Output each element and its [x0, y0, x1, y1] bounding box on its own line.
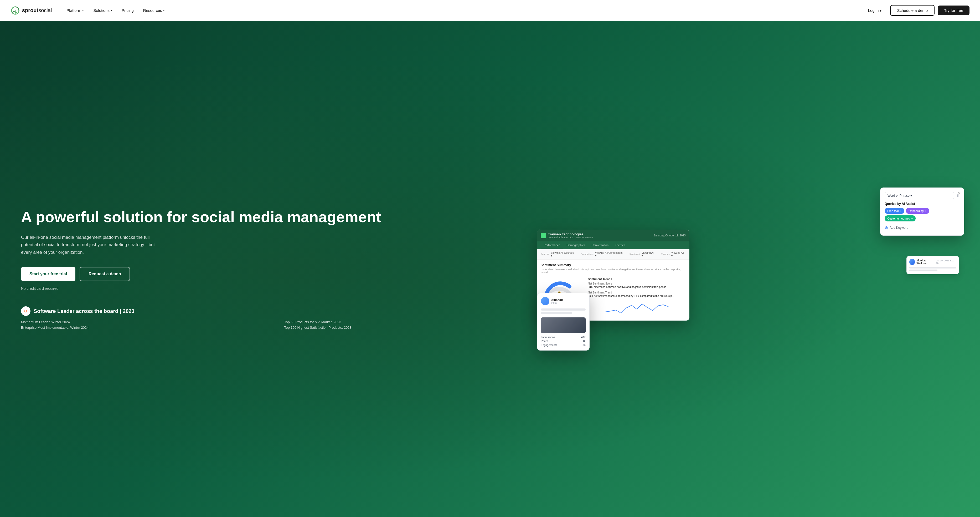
chat-line-1 [909, 266, 956, 268]
net-sentiment-trend: Net Sentiment Trend Your net sentiment s… [588, 291, 686, 297]
net-sentiment-score: Net Sentiment Score 38% difference betwe… [588, 282, 686, 289]
ai-add-keyword-button[interactable]: ⊕ Add Keyword [885, 224, 960, 231]
social-avatar [541, 297, 549, 305]
chat-bubble-card: Monica Watkins Oct 19, 2023 8:23 AM [907, 256, 959, 274]
trends-title: Sentiment Trends [588, 278, 686, 281]
social-header: @handle Post [541, 297, 585, 305]
tag-plus-icon-2: + [925, 209, 927, 213]
themes-filter[interactable]: Themes Viewing All ▾ [661, 251, 686, 257]
social-text-line-1 [541, 308, 585, 311]
ai-assist-card: ✕ Word or Phrase ▾ 🗑 Queries by AI Assis… [880, 187, 964, 236]
company-meta: Data available from Oct 1, 2023 — Presen… [548, 236, 593, 239]
social-metric-engagements: Engagements 83 [541, 344, 585, 346]
chat-user: Monica Watkins Oct 19, 2023 8:23 AM [909, 259, 956, 265]
ai-tags: Free trial + Onboarding + Customer journ… [885, 208, 960, 222]
social-metrics: Impressions 437 Reach 12 Engagements 83 [541, 336, 585, 346]
solutions-chevron-icon: ▾ [111, 9, 112, 12]
sentiment-summary-title: Sentiment Summary [541, 263, 686, 267]
award-grid: Momentum Leader, Winter 2024 Top 50 Prod… [21, 320, 537, 330]
nav-platform[interactable]: Platform ▾ [62, 6, 88, 15]
awards-section: G Software Leader across the board | 202… [21, 306, 537, 330]
start-free-trial-button[interactable]: Start your free trial [21, 267, 75, 281]
ai-tag-free-trial[interactable]: Free trial + [885, 208, 904, 214]
navbar: sproutsocial Platform ▾ Solutions ▾ Pric… [0, 0, 980, 21]
platform-chevron-icon: ▾ [82, 9, 84, 12]
dash-nav-demographics[interactable]: Demographics [563, 241, 588, 249]
nav-solutions[interactable]: Solutions ▾ [89, 6, 116, 15]
nav-links: Platform ▾ Solutions ▾ Pricing Resources… [62, 6, 862, 15]
social-sub: Post [552, 302, 563, 304]
try-free-button[interactable]: Try for free [938, 6, 969, 15]
hero-subtitle: Our all-in-one social media management p… [21, 234, 163, 257]
nav-resources[interactable]: Resources ▾ [139, 6, 169, 15]
sentiment-filter[interactable]: Sentiment Viewing All ▾ [629, 251, 656, 257]
dashboard-company-info: Traysan Technologies Data available from… [548, 232, 593, 239]
award-item-4: Top 100 Highest Satisfaction Products, 2… [284, 326, 537, 330]
dashboard-date: Saturday, October 19, 2023 [654, 234, 686, 237]
chat-timestamp: Oct 19, 2023 8:23 AM [935, 259, 956, 265]
award-item-3: Top 50 Products for Mid Market, 2023 [284, 320, 537, 324]
chat-line-2 [909, 270, 937, 271]
schedule-demo-button[interactable]: Schedule a demo [890, 5, 935, 16]
tag-plus-icon: + [900, 209, 902, 213]
g2-icon: G [21, 306, 30, 316]
ai-tag-onboarding[interactable]: Onboarding + [906, 208, 929, 214]
resources-chevron-icon: ▾ [163, 9, 165, 12]
chat-lines [909, 266, 956, 271]
trend-line-chart [588, 300, 686, 316]
ai-word-phrase-select[interactable]: Word or Phrase ▾ [885, 192, 954, 199]
nav-pricing[interactable]: Pricing [118, 6, 138, 15]
company-name: Traysan Technologies [548, 232, 593, 236]
social-metric-reach: Reach 12 [541, 340, 585, 343]
social-image-preview [541, 318, 585, 333]
award-item-2: Enterprise Most Implementable, Winter 20… [21, 326, 274, 330]
hero-visual: ✕ Word or Phrase ▾ 🗑 Queries by AI Assis… [537, 187, 959, 351]
sprout-logo-icon [11, 6, 20, 15]
competitors-filter[interactable]: Competitors Viewing All Competitors ▾ [581, 251, 624, 257]
brand-name: sproutsocial [22, 7, 52, 13]
social-metrics-card: @handle Post Impressions 437 Reach 12 [537, 293, 590, 351]
dashboard-header: Traysan Technologies Data available from… [537, 230, 689, 241]
chat-avatar [909, 259, 915, 265]
dash-nav-performance[interactable]: Performance [541, 241, 563, 249]
ai-queries-label: Queries by AI Assist [885, 202, 960, 206]
social-text-line-2 [541, 312, 572, 314]
dash-nav-conversation[interactable]: Conversation [588, 241, 612, 249]
dashboard-nav: Performance Demographics Conversation Th… [537, 241, 689, 249]
g2-badge: G Software Leader across the board | 202… [21, 306, 537, 316]
chat-user-name: Monica Watkins [916, 259, 934, 265]
award-item-1: Momentum Leader, Winter 2024 [21, 320, 274, 324]
hero-title: A powerful solution for social media man… [21, 209, 537, 225]
login-button[interactable]: Log in ▾ [863, 6, 887, 16]
hero-section: A powerful solution for social media man… [0, 21, 980, 517]
dash-nav-themes[interactable]: Themes [612, 241, 628, 249]
ai-tag-customer-journey[interactable]: Customer journey + [885, 215, 916, 222]
hero-ctas: Start your free trial Request a demo [21, 267, 537, 281]
award-badge-title: Software Leader across the board | 2023 [33, 308, 135, 314]
social-text-lines [541, 308, 585, 314]
hero-content: A powerful solution for social media man… [21, 209, 537, 330]
social-metric-impressions: Impressions 437 [541, 336, 585, 339]
ai-input-row: Word or Phrase ▾ 🗑 [885, 192, 960, 199]
social-handle: @handle [552, 298, 563, 302]
request-demo-button[interactable]: Request a demo [80, 267, 130, 281]
login-chevron-icon: ▾ [880, 8, 882, 13]
add-keyword-plus-icon: ⊕ [885, 225, 888, 230]
brand-logo[interactable]: sproutsocial [11, 6, 52, 15]
sources-filter[interactable]: Sources Viewing All Sources ▾ [541, 251, 576, 257]
ai-card-close-icon[interactable]: ✕ [958, 191, 961, 196]
social-handle-info: @handle Post [552, 298, 563, 304]
nav-actions: Log in ▾ Schedule a demo Try for free [863, 5, 969, 16]
dashboard-filters: Sources Viewing All Sources ▾ Competitor… [537, 249, 689, 260]
dashboard-logo-icon [541, 233, 546, 238]
sentiment-summary-sub: Understand how users feel about this top… [541, 268, 686, 274]
sentiment-trends: Sentiment Trends Net Sentiment Score 38%… [588, 278, 686, 317]
no-credit-note: No credit card required. [21, 286, 537, 290]
tag-plus-icon-3: + [911, 216, 913, 220]
